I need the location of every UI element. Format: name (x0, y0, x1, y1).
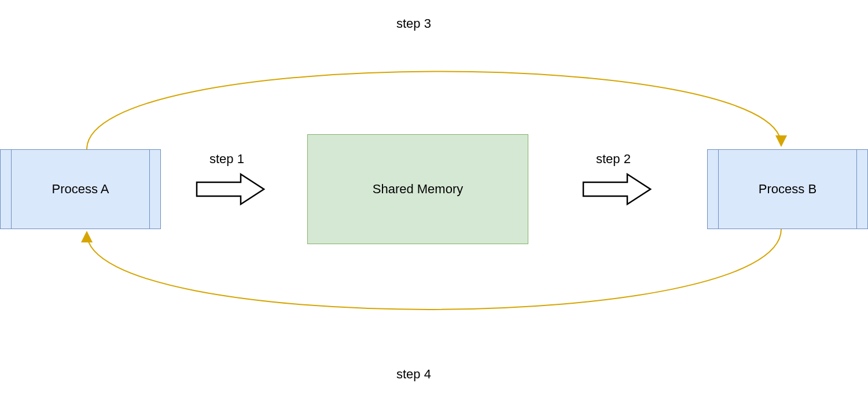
step1-label: step 1 (209, 152, 244, 167)
block-arrow-icon (582, 172, 652, 207)
process-b-label: Process B (759, 182, 816, 197)
process-b-node: Process B (707, 149, 868, 229)
arrow-step1 (196, 172, 265, 207)
shared-memory-label: Shared Memory (373, 182, 464, 197)
process-a-label: Process A (52, 182, 109, 197)
shared-memory-diagram: Process A Shared Memory Process B step 1… (0, 0, 868, 394)
step2-label: step 2 (596, 152, 631, 167)
step3-label: step 3 (396, 16, 431, 31)
block-arrow-icon (196, 172, 265, 207)
process-a-node: Process A (0, 149, 161, 229)
shared-memory-node: Shared Memory (307, 134, 528, 244)
step4-label: step 4 (396, 367, 431, 382)
arrow-step2 (582, 172, 652, 207)
